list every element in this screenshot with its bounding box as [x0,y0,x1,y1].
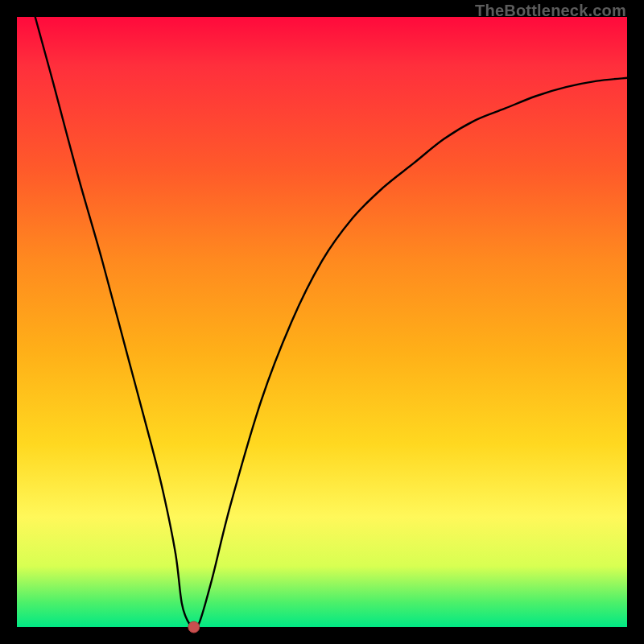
watermark-text: TheBottleneck.com [475,2,626,20]
chart-svg [17,17,627,627]
chart-frame: TheBottleneck.com [0,0,644,644]
bottleneck-curve [35,17,627,627]
min-point-marker [188,621,200,633]
